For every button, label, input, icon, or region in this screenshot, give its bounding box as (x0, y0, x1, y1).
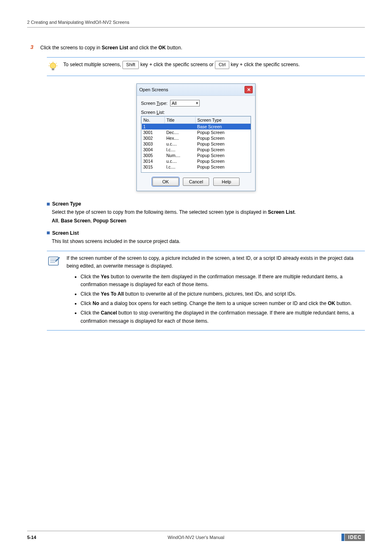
square-bullet-icon (47, 231, 50, 234)
option: All (52, 218, 58, 224)
page-footer: 5-14 WindO/I-NV2 User's Manual IDEC (27, 531, 365, 541)
cell-type: Popup Screen (196, 135, 251, 141)
list-item: Click the Yes To All button to overwrite… (81, 290, 365, 298)
tip-text-part: To select multiple screens, (63, 62, 122, 67)
svg-point-0 (50, 63, 56, 69)
ctrl-key: Ctrl (215, 61, 229, 69)
screen-list-label: Screen List: (141, 110, 251, 115)
cell-type: Popup Screen (196, 141, 251, 147)
manual-title: WindO/I-NV2 User's Manual (27, 535, 365, 540)
tip-block: To select multiple screens, Shift key + … (47, 57, 365, 76)
screen-list[interactable]: No. Title Screen Type 1Base Screen3001De… (141, 116, 251, 173)
cell-no: 3002 (142, 135, 165, 141)
desc-bold: Screen List (268, 209, 295, 215)
page-header: 2 Creating and Manipulating WindO/I-NV2 … (27, 20, 365, 28)
cell-no: 3003 (142, 141, 165, 147)
screen-type-options: All, Base Screen, Popup Screen (52, 218, 365, 224)
table-row[interactable]: 3003u.c....Popup Screen (142, 141, 251, 147)
list-item: Click No and a dialog box opens for each… (81, 300, 365, 308)
screen-type-select[interactable]: All (170, 100, 200, 106)
step-text-part: Click the screens to copy in (40, 45, 101, 51)
table-row[interactable]: 3002Hex....Popup Screen (142, 135, 251, 141)
col-no[interactable]: No. (142, 117, 165, 124)
cell-type: Popup Screen (196, 158, 251, 164)
cell-type: Popup Screen (196, 164, 251, 170)
screen-type-desc: Select the type of screen to copy from t… (52, 208, 365, 216)
cell-type: Popup Screen (196, 153, 251, 158)
screen-list-heading: Screen List (47, 230, 365, 236)
cell-type: Base Screen (196, 124, 251, 130)
tip-text: To select multiple screens, Shift key + … (63, 61, 365, 72)
heading-text: Screen Type (52, 201, 81, 207)
svg-line-3 (49, 63, 50, 64)
cell-title: Dec.... (165, 130, 196, 135)
cell-title: u.c.... (165, 141, 196, 147)
cell-no: 3014 (142, 158, 165, 164)
ok-button[interactable]: OK (152, 178, 179, 186)
svg-rect-1 (52, 68, 54, 70)
table-row[interactable]: 3005Num....Popup Screen (142, 153, 251, 158)
step-row: 3 Click the screens to copy in Screen Li… (30, 44, 365, 51)
heading-text: Screen List (52, 230, 79, 236)
screen-list-desc: This list shows screens included in the … (52, 238, 365, 245)
cell-type: Popup Screen (196, 130, 251, 135)
step-text-bold: OK (158, 45, 166, 51)
cell-no: 1 (142, 124, 165, 130)
cell-no: 3004 (142, 147, 165, 153)
square-bullet-icon (47, 203, 50, 206)
step-text-bold: Screen List (101, 45, 128, 51)
step-text-part: button. (166, 45, 182, 51)
table-row[interactable]: 1Base Screen (142, 124, 251, 130)
note-bullets: Click the Yes button to overwrite the it… (81, 273, 365, 325)
note-body: If the screen number of the screen to co… (67, 254, 365, 327)
close-icon[interactable]: ✕ (244, 86, 253, 93)
col-title[interactable]: Title (165, 117, 196, 124)
screen-type-heading: Screen Type (47, 201, 365, 207)
cell-title: l.c.... (165, 164, 196, 170)
col-type[interactable]: Screen Type (196, 117, 251, 124)
help-button[interactable]: Help (213, 178, 240, 186)
cell-title (165, 124, 196, 130)
list-item: Click the Yes button to overwrite the it… (81, 273, 365, 289)
table-row[interactable]: 3001Dec....Popup Screen (142, 130, 251, 135)
table-row[interactable]: 3004l.c....Popup Screen (142, 147, 251, 153)
list-item: Click the Cancel button to stop overwrit… (81, 309, 365, 325)
note-intro: If the screen number of the screen to co… (67, 254, 365, 270)
dialog-title: Open Screens (139, 87, 168, 92)
tip-text-part: key + click the specific screens or (139, 62, 215, 67)
note-icon (47, 254, 62, 327)
note-block: If the screen number of the screen to co… (47, 251, 365, 331)
cancel-button[interactable]: Cancel (183, 178, 209, 186)
cell-title: u.c.... (165, 158, 196, 164)
cell-type: Popup Screen (196, 147, 251, 153)
table-row[interactable]: 3014u.c....Popup Screen (142, 158, 251, 164)
open-screens-dialog: Open Screens ✕ Screen Type: All Screen L… (136, 83, 256, 191)
cell-no: 3001 (142, 130, 165, 135)
desc-part: . (295, 209, 296, 215)
shift-key: Shift (122, 61, 139, 69)
step-text: Click the screens to copy in Screen List… (40, 44, 365, 51)
step-text-part: and click the (128, 45, 158, 51)
svg-rect-7 (48, 257, 58, 265)
cell-title: Hex.... (165, 135, 196, 141)
option: Popup Screen (93, 218, 127, 224)
cell-no: 3015 (142, 164, 165, 170)
tip-text-part: key + click the specific screens. (229, 62, 300, 67)
cell-title: l.c.... (165, 147, 196, 153)
svg-line-4 (56, 63, 57, 64)
option: Base Screen (61, 218, 90, 224)
screen-type-label: Screen Type: (141, 101, 168, 106)
table-row[interactable]: 3015l.c....Popup Screen (142, 164, 251, 170)
cell-no: 3005 (142, 153, 165, 158)
dialog-titlebar: Open Screens ✕ (137, 84, 255, 96)
lightbulb-icon (47, 61, 59, 72)
step-number: 3 (30, 44, 36, 51)
cell-title: Num.... (165, 153, 196, 158)
desc-part: Select the type of screen to copy from t… (52, 209, 268, 215)
